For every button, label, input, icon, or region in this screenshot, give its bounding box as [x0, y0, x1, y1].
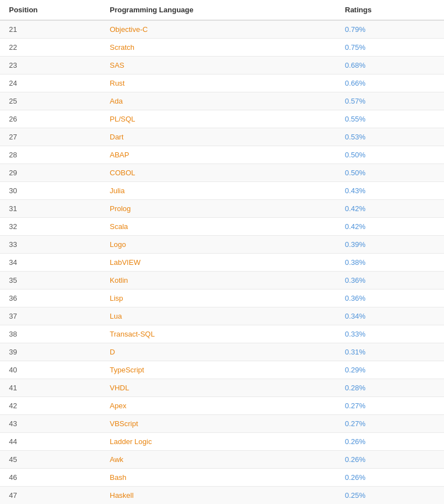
cell-rating: 0.79%: [336, 20, 444, 39]
cell-rating: 0.28%: [336, 379, 444, 397]
cell-language: Awk: [101, 451, 336, 469]
cell-rating: 0.57%: [336, 92, 444, 110]
table-row: 37Lua0.34%: [0, 307, 444, 325]
cell-position: 23: [0, 57, 101, 74]
table-row: 42Apex0.27%: [0, 397, 444, 415]
cell-position: 31: [0, 200, 101, 218]
cell-language: Objective-C: [101, 20, 336, 39]
cell-position: 43: [0, 415, 101, 433]
cell-rating: 0.26%: [336, 451, 444, 469]
cell-language: TypeScript: [101, 361, 336, 379]
cell-position: 39: [0, 343, 101, 361]
cell-rating: 0.68%: [336, 57, 444, 74]
table-row: 46Bash0.26%: [0, 469, 444, 487]
table-row: 33Logo0.39%: [0, 236, 444, 254]
table-row: 25Ada0.57%: [0, 92, 444, 110]
cell-position: 30: [0, 182, 101, 200]
cell-position: 22: [0, 39, 101, 57]
cell-position: 40: [0, 361, 101, 379]
cell-language: VBScript: [101, 415, 336, 433]
cell-position: 37: [0, 307, 101, 325]
table-row: 39D0.31%: [0, 343, 444, 361]
cell-language: D: [101, 343, 336, 361]
cell-rating: 0.33%: [336, 325, 444, 343]
cell-rating: 0.42%: [336, 200, 444, 218]
cell-rating: 0.50%: [336, 146, 444, 164]
cell-position: 45: [0, 451, 101, 469]
cell-position: 25: [0, 92, 101, 110]
cell-position: 34: [0, 254, 101, 272]
cell-rating: 0.55%: [336, 110, 444, 128]
cell-position: 28: [0, 146, 101, 164]
cell-position: 32: [0, 218, 101, 236]
cell-language: Lua: [101, 307, 336, 325]
table-row: 28ABAP0.50%: [0, 146, 444, 164]
table-row: 41VHDL0.28%: [0, 379, 444, 397]
cell-position: 35: [0, 272, 101, 290]
table-row: 29COBOL0.50%: [0, 164, 444, 182]
cell-position: 46: [0, 469, 101, 487]
cell-position: 36: [0, 290, 101, 307]
cell-language: VHDL: [101, 379, 336, 397]
header-position: Position: [0, 0, 101, 20]
table-row: 21Objective-C0.79%: [0, 20, 444, 39]
cell-language: SAS: [101, 57, 336, 74]
table-row: 47Haskell0.25%: [0, 487, 444, 505]
table-row: 24Rust0.66%: [0, 74, 444, 92]
table-row: 40TypeScript0.29%: [0, 361, 444, 379]
cell-language: ABAP: [101, 146, 336, 164]
cell-rating: 0.53%: [336, 128, 444, 146]
cell-rating: 0.39%: [336, 236, 444, 254]
cell-language: Prolog: [101, 200, 336, 218]
table-row: 22Scratch0.75%: [0, 39, 444, 57]
cell-language: Scala: [101, 218, 336, 236]
table-row: 35Kotlin0.36%: [0, 272, 444, 290]
cell-position: 29: [0, 164, 101, 182]
cell-language: Rust: [101, 74, 336, 92]
cell-rating: 0.36%: [336, 290, 444, 307]
cell-rating: 0.25%: [336, 487, 444, 505]
cell-rating: 0.27%: [336, 397, 444, 415]
table-row: 27Dart0.53%: [0, 128, 444, 146]
cell-language: COBOL: [101, 164, 336, 182]
cell-language: Lisp: [101, 290, 336, 307]
cell-position: 41: [0, 379, 101, 397]
table-row: 45Awk0.26%: [0, 451, 444, 469]
table-row: 36Lisp0.36%: [0, 290, 444, 307]
cell-language: Logo: [101, 236, 336, 254]
cell-rating: 0.34%: [336, 307, 444, 325]
cell-position: 47: [0, 487, 101, 505]
cell-position: 21: [0, 20, 101, 39]
cell-rating: 0.26%: [336, 433, 444, 451]
cell-language: Ladder Logic: [101, 433, 336, 451]
table-row: 34LabVIEW0.38%: [0, 254, 444, 272]
cell-language: Bash: [101, 469, 336, 487]
table-row: 38Transact-SQL0.33%: [0, 325, 444, 343]
cell-language: Haskell: [101, 487, 336, 505]
cell-position: 44: [0, 433, 101, 451]
cell-language: Kotlin: [101, 272, 336, 290]
table-row: 43VBScript0.27%: [0, 415, 444, 433]
table-row: 44Ladder Logic0.26%: [0, 433, 444, 451]
table-row: 23SAS0.68%: [0, 57, 444, 74]
cell-position: 42: [0, 397, 101, 415]
cell-language: LabVIEW: [101, 254, 336, 272]
cell-rating: 0.29%: [336, 361, 444, 379]
cell-language: Ada: [101, 92, 336, 110]
cell-language: Julia: [101, 182, 336, 200]
table-row: 26PL/SQL0.55%: [0, 110, 444, 128]
rankings-table: Position Programming Language Ratings 21…: [0, 0, 444, 504]
cell-rating: 0.43%: [336, 182, 444, 200]
cell-language: Apex: [101, 397, 336, 415]
cell-rating: 0.31%: [336, 343, 444, 361]
table-container: Position Programming Language Ratings 21…: [0, 0, 444, 504]
cell-rating: 0.26%: [336, 469, 444, 487]
cell-rating: 0.42%: [336, 218, 444, 236]
cell-rating: 0.66%: [336, 74, 444, 92]
cell-language: PL/SQL: [101, 110, 336, 128]
table-row: 30Julia0.43%: [0, 182, 444, 200]
cell-position: 27: [0, 128, 101, 146]
cell-rating: 0.38%: [336, 254, 444, 272]
cell-language: Scratch: [101, 39, 336, 57]
cell-position: 33: [0, 236, 101, 254]
